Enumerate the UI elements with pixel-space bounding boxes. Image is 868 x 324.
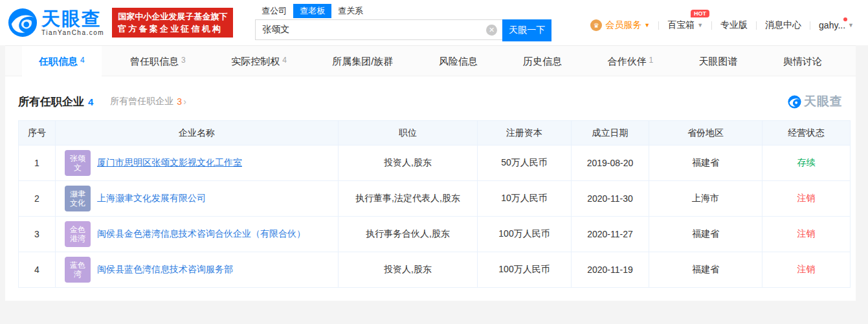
watermark-logo-icon xyxy=(788,95,801,109)
gov-certification-badge: 国家中小企业发展子基金旗下 官方备案企业征信机构 xyxy=(112,8,233,38)
company-link[interactable]: 闽侯县金色港湾信息技术咨询合伙企业（有限合伙） xyxy=(97,228,306,240)
avatar-text: 金色 xyxy=(70,225,85,234)
table-row: 4 蓝色 湾 闽侯县蓝色湾信息技术咨询服务部 投资人,股东 100万人民币 20… xyxy=(19,252,851,288)
tab-public-opinion[interactable]: 舆情讨论 xyxy=(766,46,839,77)
hot-badge: HOT xyxy=(691,10,709,17)
menu-toolbox[interactable]: HOT 百宝箱 ▼ xyxy=(667,19,703,31)
cell-capital: 10万人民币 xyxy=(478,181,572,217)
company-link[interactable]: 上海灏聿文化发展有限公司 xyxy=(97,193,206,204)
menu-message-center[interactable]: 消息中心 xyxy=(765,19,801,31)
section-header: 所有任职企业 4 所有曾任职企业 3 › 天眼查 xyxy=(18,93,843,110)
logo-title: 天眼查 xyxy=(41,9,104,28)
company-link[interactable]: 厦门市思明区张颂文影视文化工作室 xyxy=(97,157,242,169)
cell-index: 1 xyxy=(19,146,56,181)
table-header-row: 序号 企业名称 职位 注册资本 成立日期 省份地区 经营状态 xyxy=(19,121,851,146)
section-title: 所有任职企业 xyxy=(18,94,84,109)
cell-position: 执行事务合伙人,股东 xyxy=(339,217,478,252)
company-avatar: 灏聿 文化 xyxy=(65,186,91,211)
menu-user-account[interactable]: gahy... ▼ xyxy=(819,20,854,30)
main-card: 所有任职企业 4 所有曾任职企业 3 › 天眼查 序号 企业名称 职位 xyxy=(5,76,856,301)
tab-current-positions[interactable]: 任职信息 4 xyxy=(22,46,102,77)
avatar-text: 文 xyxy=(74,163,82,172)
menu-divider xyxy=(711,21,712,30)
cell-company: 金色 港湾 闽侯县金色港湾信息技术咨询合伙企业（有限合伙） xyxy=(56,217,339,252)
tab-graph[interactable]: 天眼图谱 xyxy=(682,46,755,77)
cell-region: 上海市 xyxy=(649,181,762,217)
col-header-position: 职位 xyxy=(339,121,478,146)
tab-label: 合作伙伴 xyxy=(607,56,646,68)
menu-pro-version[interactable]: 专业版 xyxy=(720,19,748,31)
search-input[interactable] xyxy=(256,20,502,39)
chevron-right-icon: › xyxy=(183,96,186,107)
col-header-company: 企业名称 xyxy=(56,121,339,146)
col-header-index: 序号 xyxy=(19,121,56,146)
avatar-text: 张颂 xyxy=(70,154,85,163)
status-badge: 注销 xyxy=(762,217,851,252)
cell-index: 2 xyxy=(19,181,56,217)
menu-messages-label: 消息中心 xyxy=(765,19,801,31)
menu-divider xyxy=(810,21,810,30)
cell-region: 福建省 xyxy=(649,252,762,288)
chevron-down-icon: ▼ xyxy=(697,22,703,28)
cell-position: 执行董事,法定代表人,股东 xyxy=(339,181,478,217)
avatar-text: 港湾 xyxy=(70,234,85,243)
gov-badge-line1: 国家中小企业发展子基金旗下 xyxy=(118,10,227,23)
menu-pro-label: 专业版 xyxy=(720,19,748,31)
cell-index: 4 xyxy=(19,252,56,288)
user-name: gahy... xyxy=(819,20,845,30)
top-menu: ♛ 会员服务 ▼ HOT 百宝箱 ▼ 专业版 消息中心 gahy... ▼ xyxy=(590,19,854,31)
avatar-text: 灏聿 xyxy=(70,189,85,199)
menu-divider xyxy=(756,21,757,30)
tab-group-cluster[interactable]: 所属集团/族群 xyxy=(315,46,410,77)
top-header: 天眼查 TianYanCha.com 国家中小企业发展子基金旗下 官方备案企业征… xyxy=(0,0,868,45)
cell-index: 3 xyxy=(19,217,56,252)
tab-label: 舆情讨论 xyxy=(783,56,822,68)
tianyancha-logo[interactable]: 天眼查 TianYanCha.com xyxy=(8,8,104,38)
tab-label: 实际控制权 xyxy=(231,56,280,68)
gov-badge-line2: 官方备案企业征信机构 xyxy=(118,23,227,35)
menu-vip-services[interactable]: ♛ 会员服务 ▼ xyxy=(590,19,650,31)
cell-date: 2020-11-30 xyxy=(572,181,649,217)
tab-count: 4 xyxy=(80,56,85,65)
search-tab-relation[interactable]: 查关系 xyxy=(331,4,370,18)
search-block: 查公司 查老板 查关系 ✕ 天眼一下 xyxy=(255,4,551,41)
table-row: 1 张颂 文 厦门市思明区张颂文影视文化工作室 投资人,股东 50万人民币 20… xyxy=(19,146,851,181)
avatar-text: 蓝色 xyxy=(70,261,85,270)
table-row: 3 金色 港湾 闽侯县金色港湾信息技术咨询合伙企业（有限合伙） 执行事务合伙人,… xyxy=(19,217,851,252)
status-badge: 存续 xyxy=(762,146,851,181)
tab-label: 天眼图谱 xyxy=(699,56,738,68)
notification-dot xyxy=(843,17,847,21)
search-button[interactable]: 天眼一下 xyxy=(502,19,551,41)
cell-date: 2020-11-27 xyxy=(572,217,649,252)
cell-region: 福建省 xyxy=(649,146,762,181)
watermark-logo-text: 天眼查 xyxy=(804,93,843,110)
tab-risk-info[interactable]: 风险信息 xyxy=(422,46,495,77)
cell-region: 福建省 xyxy=(649,217,762,252)
company-link[interactable]: 闽侯县蓝色湾信息技术咨询服务部 xyxy=(97,264,233,275)
tab-actual-control[interactable]: 实际控制权 4 xyxy=(214,46,304,77)
tab-label: 历史信息 xyxy=(523,56,562,68)
tianyancha-logo-icon xyxy=(8,8,38,38)
tab-label: 所属集团/族群 xyxy=(332,56,393,68)
col-header-capital: 注册资本 xyxy=(478,121,572,146)
chevron-down-icon: ▼ xyxy=(644,22,650,28)
chevron-down-icon: ▼ xyxy=(848,22,854,28)
menu-divider xyxy=(658,21,659,30)
tab-history-info[interactable]: 历史信息 xyxy=(506,46,579,77)
tab-count: 4 xyxy=(282,56,287,65)
avatar-text: 湾 xyxy=(74,270,82,279)
cell-capital: 50万人民币 xyxy=(478,146,572,181)
tab-former-positions[interactable]: 曾任职信息 3 xyxy=(113,46,203,77)
section-title-count: 4 xyxy=(88,96,93,107)
search-tab-boss[interactable]: 查老板 xyxy=(293,4,331,18)
search-tab-company[interactable]: 查公司 xyxy=(255,4,293,18)
tab-partners[interactable]: 合作伙伴 1 xyxy=(590,46,670,77)
logo-subtitle: TianYanCha.com xyxy=(41,29,104,36)
cell-capital: 100万人民币 xyxy=(478,217,572,252)
cell-date: 2020-11-19 xyxy=(572,252,649,288)
menu-toolbox-label: 百宝箱 xyxy=(667,19,695,31)
tab-label: 风险信息 xyxy=(439,56,478,68)
search-input-wrap: ✕ xyxy=(255,19,502,40)
tab-label: 任职信息 xyxy=(39,56,78,68)
former-companies-link[interactable]: 所有曾任职企业 3 › xyxy=(110,96,186,107)
